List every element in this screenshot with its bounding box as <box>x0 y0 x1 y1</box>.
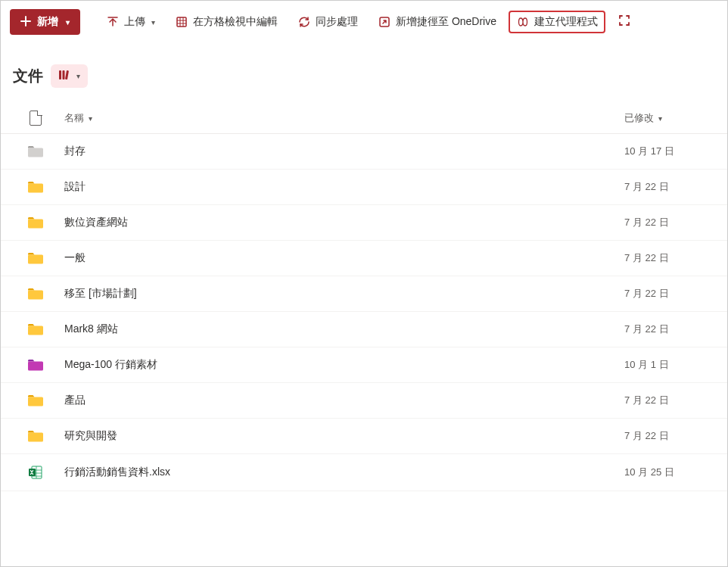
row-name: 移至 [市場計劃] <box>58 287 624 301</box>
view-toggle[interactable]: ▾ <box>51 64 88 88</box>
row-modified: 7 月 22 日 <box>624 216 715 229</box>
row-modified: 7 月 22 日 <box>624 251 715 265</box>
library-icon <box>58 69 72 83</box>
chevron-down-icon: ▾ <box>151 18 155 26</box>
copilot-icon <box>516 15 530 29</box>
chevron-down-icon: ▾ <box>66 18 70 26</box>
page-header: 文件 ▾ <box>1 43 727 103</box>
page-title: 文件 <box>13 66 43 86</box>
table-row[interactable]: 產品 7 月 22 日 <box>1 383 727 419</box>
list-header: 名稱 ▾ 已修改 ▾ <box>1 103 727 134</box>
sync-button[interactable]: 同步處理 <box>290 11 366 33</box>
svg-rect-10 <box>28 326 43 335</box>
upload-icon <box>106 15 120 29</box>
svg-rect-6 <box>28 184 43 193</box>
grid-icon <box>175 15 188 29</box>
row-icon <box>13 394 58 407</box>
grid-edit-label: 在方格檢視中編輯 <box>193 15 278 29</box>
column-modified-label: 已修改 <box>624 111 654 125</box>
shortcut-label: 新增捷徑至 OneDrive <box>396 15 496 29</box>
chevron-down-icon: ▾ <box>89 114 92 123</box>
row-name: 一般 <box>58 251 624 265</box>
row-icon <box>13 322 58 336</box>
command-toolbar: 新增 ▾ 上傳 ▾ 在方格檢視中編輯 同步處理 新增捷徑至 OneDrive 建… <box>1 1 727 43</box>
agent-label: 建立代理程式 <box>534 15 598 29</box>
row-name: 設計 <box>58 180 624 194</box>
svg-rect-3 <box>63 70 65 79</box>
row-icon <box>13 251 58 265</box>
row-icon <box>13 358 58 372</box>
row-name: 數位資產網站 <box>58 216 624 229</box>
column-name-label: 名稱 <box>64 111 84 125</box>
svg-rect-4 <box>65 70 69 79</box>
upload-label: 上傳 <box>124 15 145 29</box>
file-list: 名稱 ▾ 已修改 ▾ 封存 10 月 17 日 設計 7 月 22 日 數位資產… <box>1 103 727 491</box>
grid-edit-button[interactable]: 在方格檢視中編輯 <box>167 11 285 33</box>
new-button-label: 新增 <box>37 15 58 29</box>
row-modified: 10 月 25 日 <box>624 466 715 479</box>
row-name: Mega-100 行銷素材 <box>58 358 624 372</box>
row-name: 產品 <box>58 394 624 407</box>
row-modified: 10 月 1 日 <box>624 358 715 372</box>
table-row[interactable]: 行銷活動銷售資料.xlsx 10 月 25 日 <box>1 454 727 491</box>
row-modified: 7 月 22 日 <box>624 287 715 301</box>
row-modified: 7 月 22 日 <box>624 394 715 407</box>
svg-rect-2 <box>59 70 61 79</box>
row-name: 行銷活動銷售資料.xlsx <box>58 466 624 479</box>
plus-icon <box>20 16 31 29</box>
row-modified: 10 月 17 日 <box>624 145 715 158</box>
svg-rect-9 <box>28 291 43 300</box>
sync-icon <box>297 15 311 29</box>
new-button[interactable]: 新增 ▾ <box>10 9 80 35</box>
table-row[interactable]: Mega-100 行銷素材 10 月 1 日 <box>1 347 727 383</box>
chevron-down-icon: ▾ <box>76 72 80 80</box>
row-icon <box>13 465 58 480</box>
table-row[interactable]: 數位資產網站 7 月 22 日 <box>1 205 727 241</box>
table-row[interactable]: 移至 [市場計劃] 7 月 22 日 <box>1 276 727 312</box>
scan-icon[interactable] <box>613 9 636 35</box>
shortcut-button[interactable]: 新增捷徑至 OneDrive <box>370 11 504 33</box>
row-name: 封存 <box>58 145 624 158</box>
column-icon-header[interactable] <box>13 111 58 126</box>
column-modified-header[interactable]: 已修改 ▾ <box>624 111 715 125</box>
svg-rect-8 <box>28 255 43 264</box>
svg-rect-0 <box>177 17 186 26</box>
row-icon <box>13 216 58 229</box>
row-icon <box>13 287 58 301</box>
svg-rect-11 <box>28 362 43 371</box>
row-name: Mark8 網站 <box>58 322 624 336</box>
table-row[interactable]: 研究與開發 7 月 22 日 <box>1 419 727 454</box>
row-icon <box>13 145 58 158</box>
upload-button[interactable]: 上傳 ▾ <box>98 11 163 33</box>
shortcut-icon <box>378 15 391 29</box>
table-row[interactable]: 封存 10 月 17 日 <box>1 134 727 170</box>
sync-label: 同步處理 <box>316 15 358 29</box>
document-icon <box>30 111 42 126</box>
row-modified: 7 月 22 日 <box>624 429 715 443</box>
table-row[interactable]: Mark8 網站 7 月 22 日 <box>1 312 727 347</box>
row-modified: 7 月 22 日 <box>624 322 715 336</box>
svg-rect-12 <box>28 397 43 407</box>
create-agent-button[interactable]: 建立代理程式 <box>509 11 605 33</box>
row-icon <box>13 429 58 443</box>
row-modified: 7 月 22 日 <box>624 180 715 194</box>
svg-rect-5 <box>28 148 43 157</box>
table-row[interactable]: 設計 7 月 22 日 <box>1 170 727 205</box>
svg-rect-7 <box>28 220 43 229</box>
svg-rect-13 <box>28 433 43 442</box>
row-name: 研究與開發 <box>58 429 624 443</box>
table-row[interactable]: 一般 7 月 22 日 <box>1 241 727 276</box>
chevron-down-icon: ▾ <box>658 114 662 123</box>
column-name-header[interactable]: 名稱 ▾ <box>58 111 624 125</box>
row-icon <box>13 180 58 194</box>
